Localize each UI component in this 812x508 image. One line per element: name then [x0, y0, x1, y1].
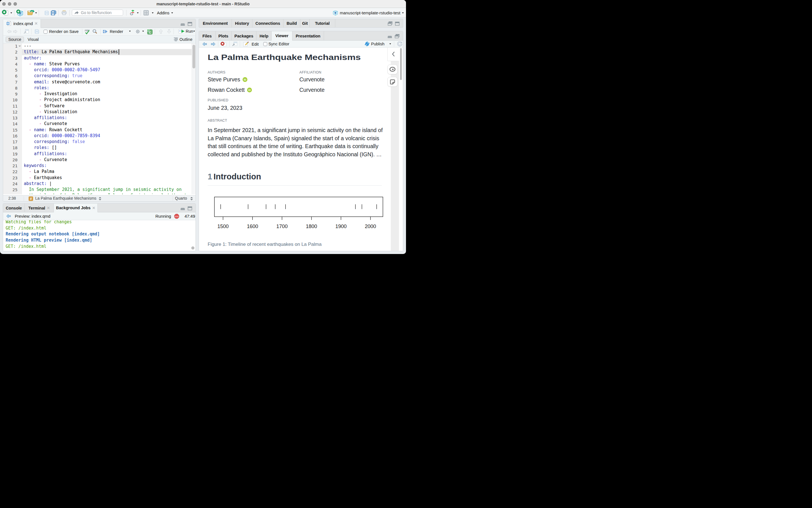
tab-git[interactable]: Git — [300, 19, 310, 27]
render-settings-button[interactable] — [135, 29, 140, 34]
line-number: 3 — [6, 55, 17, 61]
tab-files[interactable]: Files — [199, 31, 215, 41]
panes-dropdown[interactable] — [152, 8, 154, 17]
console-back-button[interactable] — [6, 214, 11, 218]
rstudio-window: manuscript-template-rstudio-test - main … — [0, 0, 406, 254]
new-file-dropdown[interactable] — [10, 8, 12, 17]
mode-visual-button[interactable]: Visual — [28, 37, 39, 43]
tab-console[interactable]: Console — [3, 204, 25, 212]
clear-viewer-button[interactable] — [220, 41, 227, 47]
run-dropdown[interactable] — [193, 31, 195, 32]
viewer-scrollbar-track[interactable] — [399, 48, 403, 251]
render-on-save-checkbox[interactable] — [43, 30, 48, 34]
maximize-pane-icon[interactable] — [188, 206, 192, 210]
svg-text:1700: 1700 — [276, 223, 288, 229]
version-control-dropdown[interactable] — [137, 8, 138, 17]
tab-presentation[interactable]: Presentation — [292, 31, 324, 41]
visibility-button[interactable] — [388, 65, 398, 75]
viewer-back-button[interactable] — [202, 42, 207, 46]
version-control-button[interactable]: G — [130, 8, 134, 17]
outline-button[interactable]: Outline — [173, 37, 193, 43]
minimize-pane-icon[interactable] — [180, 206, 185, 210]
maximize-pane-icon[interactable] — [395, 22, 400, 26]
viewer-forward-button[interactable] — [211, 42, 216, 46]
addins-button[interactable]: Addins — [157, 8, 169, 17]
line-number: 5 — [6, 67, 17, 73]
mode-source-button[interactable]: Source — [6, 37, 24, 43]
save-all-button[interactable] — [51, 8, 56, 17]
open-file-button[interactable] — [27, 8, 35, 17]
maximize-pane-icon[interactable] — [188, 22, 192, 26]
console-output[interactable]: Watching files for changesGET: /index.ht… — [3, 220, 196, 251]
tab-background-jobs[interactable]: Background Jobs✕ — [54, 204, 98, 212]
section-selector[interactable]: La Palma Earthquake Mechanisms — [35, 196, 96, 201]
publish-dropdown[interactable] — [390, 43, 391, 44]
render-button[interactable]: Render — [103, 29, 123, 34]
console-pane-buttons — [180, 206, 192, 210]
tab-close-icon[interactable]: ✕ — [47, 206, 50, 210]
tab-close-icon[interactable]: ✕ — [35, 22, 38, 25]
tab-environment[interactable]: Environment — [199, 19, 232, 27]
save-button[interactable] — [44, 8, 49, 17]
new-project-button[interactable]: R — [16, 8, 24, 17]
viewer-edit-button[interactable]: Edit — [243, 41, 259, 47]
open-folder-icon — [27, 9, 35, 16]
back-arrow-icon — [7, 29, 11, 34]
print-button[interactable] — [62, 8, 67, 17]
tab-index-qmd[interactable]: index.qmd ✕ — [3, 19, 41, 28]
stop-job-icon[interactable]: STOP — [174, 214, 179, 219]
tab-history[interactable]: History — [232, 19, 252, 27]
code-line: roles: [] — [24, 145, 57, 151]
viewer-refresh-button[interactable] — [397, 41, 402, 46]
viewer-popout-button[interactable] — [232, 41, 238, 46]
publish-button[interactable]: Publish — [365, 41, 384, 46]
sync-editor-checkbox[interactable] — [263, 42, 268, 46]
annotate-button[interactable] — [388, 77, 398, 87]
language-mode[interactable]: Quarto — [175, 196, 187, 201]
insert-chunk-button[interactable]: C — [147, 29, 153, 35]
find-replace-button[interactable] — [92, 29, 97, 34]
tab-packages[interactable]: Packages — [232, 31, 257, 41]
project-menu[interactable]: R manuscript-template-rstudio-test — [333, 8, 404, 17]
tab-terminal[interactable]: Terminal✕ — [25, 204, 54, 212]
settings-dropdown[interactable] — [142, 31, 144, 32]
tab-viewer[interactable]: Viewer — [272, 31, 292, 41]
jump-next-button[interactable] — [167, 29, 171, 34]
viewer-scrollbar-thumb[interactable] — [400, 48, 402, 80]
code-line: affiliations: — [24, 115, 67, 121]
tab-plots[interactable]: Plots — [215, 31, 232, 41]
new-file-button[interactable] — [2, 8, 8, 17]
forward-button[interactable] — [13, 29, 18, 34]
popout-button[interactable] — [24, 29, 29, 34]
code-editor[interactable]: 1234567891011121314151617181920212223242… — [3, 43, 196, 194]
line-number: 4 — [6, 61, 17, 67]
minimize-pane-icon[interactable] — [180, 22, 185, 26]
tab-close-icon[interactable]: ✕ — [92, 206, 95, 210]
tab-build[interactable]: Build — [283, 19, 300, 27]
restore-pane-icon[interactable] — [388, 22, 393, 26]
back-button[interactable] — [7, 29, 11, 34]
tab-tutorial[interactable]: Tutorial — [310, 19, 335, 27]
jump-prev-button[interactable] — [159, 29, 163, 34]
fold-caret-icon[interactable] — [18, 46, 21, 47]
editor-scrollbar[interactable] — [193, 45, 195, 69]
orcid-icon[interactable]: iD — [247, 88, 252, 92]
tab-connections[interactable]: Connections — [252, 19, 283, 27]
workspace-panes-button[interactable] — [144, 8, 149, 17]
refresh-icon — [397, 41, 402, 46]
minimize-pane-icon[interactable] — [388, 34, 392, 38]
collapse-sidebar-button[interactable] — [388, 48, 399, 61]
section-number: 1 — [208, 172, 212, 181]
search-icon — [92, 29, 97, 34]
run-button[interactable]: Run — [178, 29, 193, 34]
code-line: title: La Palma Earthquake Mechanisms — [24, 49, 118, 55]
spellcheck-button[interactable]: ABC — [84, 29, 90, 35]
addins-dropdown[interactable] — [171, 8, 173, 17]
goto-file-search[interactable]: Go to file/function — [72, 9, 123, 16]
save-doc-button[interactable] — [35, 29, 39, 34]
tab-help[interactable]: Help — [257, 31, 272, 41]
render-dropdown[interactable] — [129, 31, 131, 32]
restore-pane-icon[interactable] — [395, 34, 400, 38]
orcid-icon[interactable]: iD — [243, 77, 247, 82]
open-file-dropdown[interactable] — [35, 8, 37, 17]
